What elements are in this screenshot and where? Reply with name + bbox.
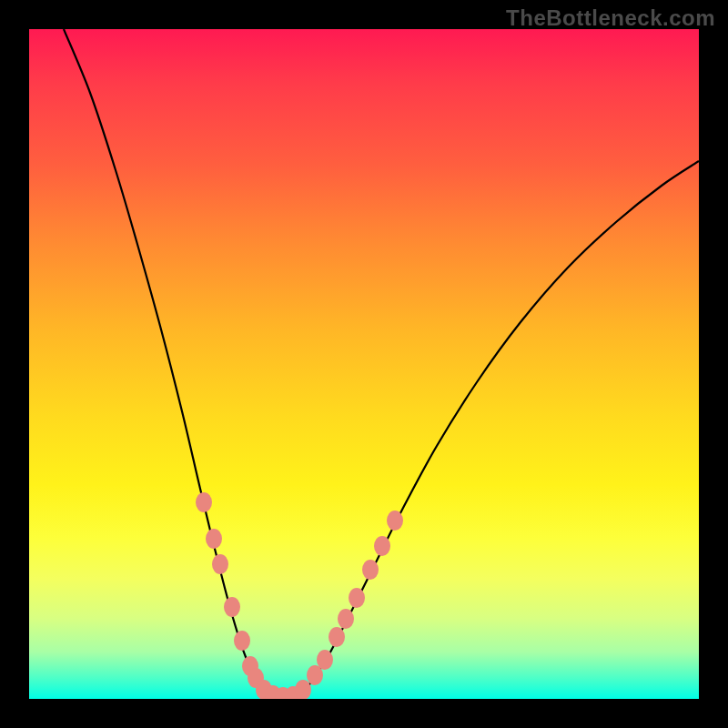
right-curve-path — [296, 161, 699, 697]
data-point — [317, 650, 333, 670]
data-point — [196, 492, 212, 512]
left-curve-path — [64, 29, 271, 697]
data-point — [362, 560, 379, 580]
data-point — [234, 631, 250, 651]
curve-layer — [29, 29, 699, 699]
plot-area — [29, 29, 699, 699]
watermark-text: TheBottleneck.com — [506, 5, 715, 31]
data-point — [329, 627, 345, 647]
data-point — [374, 536, 390, 556]
chart-frame: TheBottleneck.com — [0, 0, 728, 728]
data-point — [349, 588, 365, 608]
data-point — [206, 529, 222, 549]
data-point — [224, 597, 240, 617]
data-point — [295, 680, 311, 699]
data-point — [338, 609, 354, 629]
data-point — [212, 554, 228, 574]
data-point — [387, 511, 403, 531]
